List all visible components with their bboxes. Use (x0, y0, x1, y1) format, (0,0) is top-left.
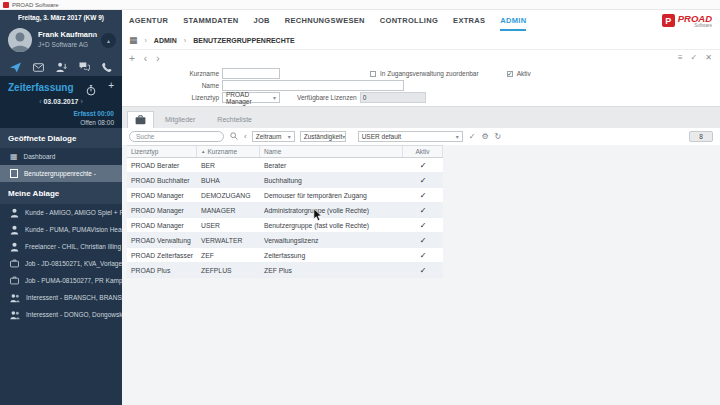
menu-agentur[interactable]: AGENTUR (129, 16, 168, 31)
name-input[interactable] (222, 80, 404, 91)
detail-tabs: Mitglieder Rechteliste (127, 111, 263, 128)
aktiv-check: ✓ (403, 233, 443, 247)
quick-actions (0, 58, 122, 76)
add-record-button[interactable]: + (129, 53, 135, 64)
menu-controlling[interactable]: CONTROLLING (380, 16, 438, 31)
record-count-badge[interactable]: 8 (689, 131, 713, 142)
aktiv-checkbox[interactable]: ✓ (507, 71, 513, 77)
aktiv-check: ✓ (403, 218, 443, 232)
window-title: PROAD Software (12, 2, 59, 8)
breadcrumb: ▦ › ADMIN › BENUTZERGRUPPENRECHTE (129, 31, 720, 50)
breadcrumb-separator: › (145, 37, 147, 44)
send-icon[interactable] (10, 62, 21, 73)
zugang-checkbox[interactable] (370, 71, 376, 77)
sidebar-item-benutzergruppenrechte[interactable]: Benutzergruppenrechte - (0, 165, 122, 182)
ablage-item-interessent-dongo[interactable]: Interessent - DONGO, Dongowski & S... (0, 306, 122, 323)
refresh-icon[interactable]: ↻ (495, 133, 502, 141)
apps-grid-icon[interactable]: ▦ (129, 36, 138, 45)
aktiv-check: ✓ (403, 203, 443, 217)
breadcrumb-benutzergruppenrechte[interactable]: BENUTZERGRUPPENRECHTE (193, 37, 295, 44)
sidebar: Freitag, 3. März 2017 (KW 9) Frank Kaufm… (0, 10, 122, 405)
col-kurzname[interactable]: ▲Kurzname (197, 146, 260, 157)
dialog-icon (10, 169, 18, 178)
chevron-down-icon[interactable]: ▾ (92, 30, 95, 37)
menu-rechnungswesen[interactable]: RECHNUNGSWESEN (285, 16, 365, 31)
kurzname-input[interactable] (222, 68, 280, 79)
col-name[interactable]: Name (260, 146, 403, 157)
ablage-item-job-puma[interactable]: Job - PUMA-08150277, PR Kampagn... (0, 272, 122, 289)
save-icon[interactable]: ✓ (691, 53, 698, 62)
mouse-cursor (313, 208, 323, 227)
briefcase-icon (10, 276, 19, 285)
record-form: + ‹ › ≡ ✓ ✕ Kurzname In Zugangsverwaltun… (122, 50, 720, 106)
ablage-item-interessent-bransch[interactable]: Interessent - BRANSCH, BRANSCH &... (0, 289, 122, 306)
collapse-button[interactable]: ▴ (101, 33, 116, 48)
table-row[interactable]: PROAD Buchhalter BUHA Buchhaltung ✓ (127, 173, 443, 188)
col-lizenztyp[interactable]: Lizenztyp (127, 146, 197, 157)
mail-icon[interactable] (33, 63, 44, 72)
verfuegbare-label: Verfügbare Lizenzen (297, 94, 357, 101)
people-icon (10, 310, 20, 320)
person-icon (10, 208, 19, 218)
phone-icon[interactable] (102, 62, 112, 72)
next-record-button[interactable]: › (156, 53, 159, 64)
chevron-down-icon: ▾ (273, 94, 276, 101)
collapse-filter-icon[interactable]: ‹ (244, 133, 247, 141)
next-day-button[interactable]: › (80, 98, 82, 105)
tab-mitglieder[interactable]: Mitglieder (154, 111, 206, 128)
ablage-item-job-jd[interactable]: Job - JD-08150271, KVA_Vorlagen, J... (0, 255, 122, 272)
main-area: AGENTUR STAMMDATEN JOB RECHNUNGSWESEN CO… (122, 10, 720, 405)
table-row[interactable]: PROAD Verwaltung VERWALTER Verwaltungsli… (127, 233, 443, 248)
zustaendigkeit-select[interactable]: Zuständigkeit ▾ (300, 131, 346, 142)
menu-icon[interactable]: ≡ (678, 53, 683, 62)
menu-job[interactable]: JOB (253, 16, 269, 31)
ablage-section-header: Meine Ablage (0, 182, 122, 204)
user-company: J+D Software AG (38, 41, 88, 48)
breadcrumb-admin[interactable]: ADMIN (154, 37, 177, 44)
apply-filter-icon[interactable]: ✓ (469, 133, 476, 141)
briefcase-icon (10, 259, 19, 268)
menu-extras[interactable]: EXTRAS (453, 16, 485, 31)
table-row[interactable]: PROAD Manager USER Benutzergruppe (fast … (127, 218, 443, 233)
user-transfer-icon[interactable] (56, 62, 67, 73)
window-titlebar: PROAD Software (0, 0, 720, 10)
col-aktiv[interactable]: Aktiv (403, 146, 443, 157)
aktiv-check: ✓ (403, 263, 443, 277)
search-input[interactable] (129, 131, 224, 142)
table-row[interactable]: PROAD Berater BER Berater ✓ (127, 158, 443, 173)
name-label: Name (122, 82, 219, 89)
sidebar-item-dashboard[interactable]: ▦ Dashboard (0, 148, 122, 165)
tab-rechteliste[interactable]: Rechteliste (206, 111, 263, 128)
current-date: 03.03.2017 (43, 98, 78, 105)
tab-allgemein[interactable] (127, 111, 154, 128)
chevron-down-icon: ▾ (456, 133, 459, 140)
people-icon (10, 293, 20, 303)
menu-admin[interactable]: ADMIN (500, 16, 526, 31)
add-time-button[interactable]: + (108, 80, 114, 91)
offen-value: Offen 08:00 (80, 119, 114, 126)
close-icon[interactable]: ✕ (705, 53, 712, 62)
search-icon[interactable] (230, 132, 238, 142)
ablage-item-kunde-amigo[interactable]: Kunde - AMIGO, AMIGO Spiel + Freiz... (0, 204, 122, 221)
license-table: Lizenztyp ▲Kurzname Name Aktiv PROAD Ber… (127, 145, 443, 278)
user-card[interactable]: Frank Kaufmann ▾ J+D Software AG ▴ (0, 24, 122, 58)
user-default-select[interactable]: USER default ▾ (358, 131, 463, 142)
ablage-item-freelancer-chil[interactable]: Freelancer - CHIL, Christian Illing (0, 238, 122, 255)
ablage-item-kunde-puma[interactable]: Kunde - PUMA, PUMAVision Headqu... (0, 221, 122, 238)
table-row[interactable]: PROAD Manager MANAGER Administratorgrupp… (127, 203, 443, 218)
menu-stammdaten[interactable]: STAMMDATEN (183, 16, 238, 31)
table-row[interactable]: PROAD Plus ZEFPLUS ZEF Plus ✓ (127, 263, 443, 278)
zeitraum-select[interactable]: Zeitraum ▾ (252, 131, 295, 142)
gear-icon[interactable]: ⚙ (481, 133, 488, 141)
chat-icon[interactable] (79, 62, 90, 72)
app-icon (3, 2, 9, 8)
prev-record-button[interactable]: ‹ (144, 53, 147, 64)
sidebar-date: Freitag, 3. März 2017 (KW 9) (0, 10, 122, 24)
verfuegbare-input (360, 92, 426, 103)
table-row[interactable]: PROAD Zeiterfasser ZEF Zeiterfassung ✓ (127, 248, 443, 263)
avatar[interactable] (8, 28, 32, 52)
prev-day-button[interactable]: ‹ (39, 98, 41, 105)
lizenztyp-select[interactable]: PROAD Manager ▾ (222, 92, 280, 103)
person-icon (10, 242, 19, 252)
table-row[interactable]: PROAD Manager DEMOZUGANG Demouser für te… (127, 188, 443, 203)
